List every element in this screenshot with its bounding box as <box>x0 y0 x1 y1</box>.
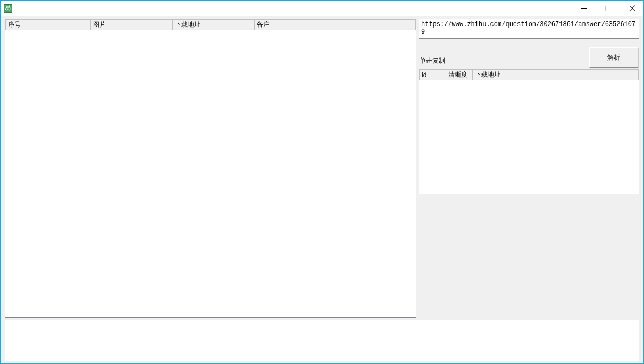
upper-section: 序号 图片 下载地址 备注 单击复制 解析 <box>5 19 639 318</box>
close-button[interactable] <box>620 1 643 16</box>
column-header-id[interactable]: id <box>420 70 446 80</box>
app-icon <box>4 4 12 13</box>
content-area: 序号 图片 下载地址 备注 单击复制 解析 <box>1 16 643 364</box>
title-bar-left <box>1 4 15 13</box>
column-header-padding[interactable] <box>631 70 639 80</box>
minimize-icon <box>581 8 587 9</box>
close-icon <box>629 5 635 12</box>
right-panel: 单击复制 解析 id 清晰度 下载地址 <box>419 19 639 318</box>
column-header-index[interactable]: 序号 <box>6 20 91 30</box>
result-table-panel[interactable]: id 清晰度 下载地址 <box>419 69 639 194</box>
action-row: 单击复制 解析 <box>419 39 639 69</box>
parse-button[interactable]: 解析 <box>589 47 638 68</box>
result-table: id 清晰度 下载地址 <box>419 69 639 80</box>
table-header-row: id 清晰度 下载地址 <box>420 70 639 80</box>
left-table: 序号 图片 下载地址 备注 <box>5 19 416 30</box>
column-header-remark[interactable]: 备注 <box>254 20 328 30</box>
column-header-download-url[interactable]: 下载地址 <box>172 20 254 30</box>
app-window: 序号 图片 下载地址 备注 单击复制 解析 <box>0 0 644 364</box>
maximize-icon <box>605 6 610 11</box>
column-header-padding[interactable] <box>328 20 416 30</box>
maximize-button[interactable] <box>596 1 620 16</box>
left-table-panel[interactable]: 序号 图片 下载地址 备注 <box>5 19 416 318</box>
column-header-download-url[interactable]: 下载地址 <box>473 70 631 80</box>
url-input[interactable] <box>419 19 639 39</box>
window-controls <box>572 1 643 16</box>
minimize-button[interactable] <box>572 1 596 16</box>
title-bar[interactable] <box>1 1 643 16</box>
bottom-panel[interactable] <box>5 320 639 361</box>
copy-hint-label: 单击复制 <box>419 56 445 68</box>
column-header-quality[interactable]: 清晰度 <box>446 70 473 80</box>
column-header-image[interactable]: 图片 <box>90 20 172 30</box>
table-header-row: 序号 图片 下载地址 备注 <box>6 20 416 30</box>
